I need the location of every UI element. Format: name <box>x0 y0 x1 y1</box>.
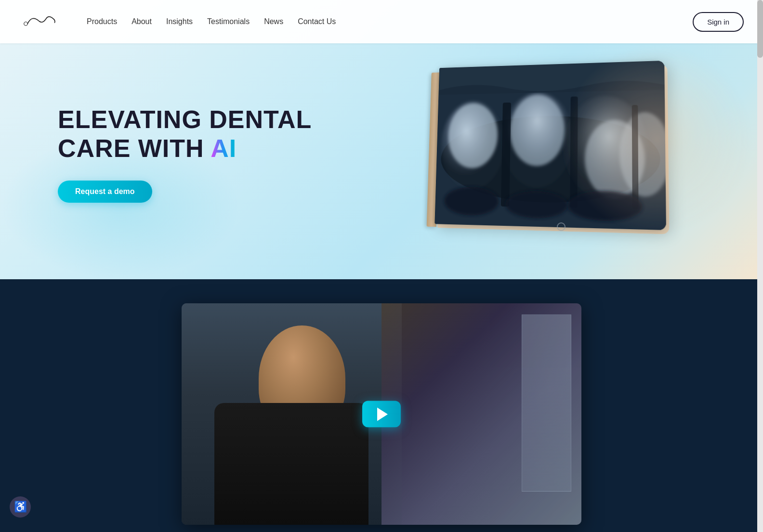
hero-ai-text: AI <box>210 134 237 162</box>
video-container[interactable] <box>182 303 581 525</box>
svg-point-0 <box>24 22 28 26</box>
signin-button[interactable]: Sign in <box>693 12 744 32</box>
play-button-container[interactable] <box>362 401 401 428</box>
request-demo-button[interactable]: Request a demo <box>58 181 152 203</box>
navbar: Products About Insights Testimonials New… <box>0 0 763 43</box>
navbar-left: Products About Insights Testimonials New… <box>19 7 336 36</box>
accessibility-icon: ♿ <box>14 501 27 513</box>
play-button[interactable] <box>362 401 401 428</box>
window-light <box>522 314 572 492</box>
hero-visual <box>378 63 724 246</box>
hero-heading: ELEVATING DENTAL CARE WITH AI <box>58 105 358 163</box>
nav-insights[interactable]: Insights <box>166 17 193 26</box>
nav-testimonials[interactable]: Testimonials <box>207 17 250 26</box>
scrollbar-thumb[interactable] <box>757 0 763 58</box>
hero-content: ELEVATING DENTAL CARE WITH AI Request a … <box>58 105 358 203</box>
video-section <box>0 279 763 532</box>
nav-about[interactable]: About <box>132 17 152 26</box>
nav-news[interactable]: News <box>264 17 283 26</box>
accessibility-button[interactable]: ♿ <box>10 496 31 518</box>
dot-indicator <box>557 222 566 231</box>
scrollbar-track[interactable] <box>757 0 763 532</box>
nav-products[interactable]: Products <box>87 17 117 26</box>
video-room-bg <box>382 303 581 525</box>
glow-right <box>561 43 753 236</box>
person-body <box>214 403 368 525</box>
nav-contact[interactable]: Contact Us <box>298 17 336 26</box>
nav-links: Products About Insights Testimonials New… <box>87 17 336 26</box>
logo[interactable] <box>19 7 63 36</box>
play-icon <box>377 407 388 421</box>
